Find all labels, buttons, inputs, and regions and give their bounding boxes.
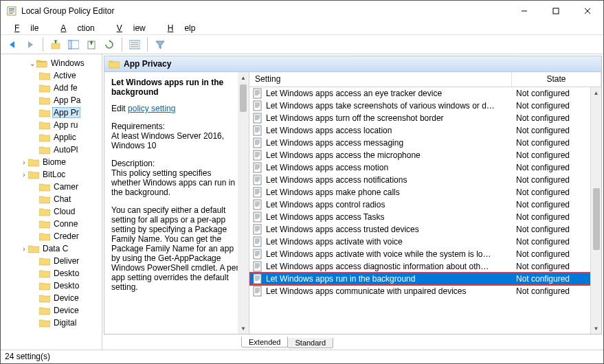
tree-node[interactable]: App Pa — [1, 94, 102, 106]
row-state: Not configured — [516, 126, 599, 135]
tree-node[interactable]: Digital — [1, 317, 102, 329]
column-setting[interactable]: Setting — [249, 72, 512, 87]
tree-node[interactable]: AutoPl — [1, 144, 102, 156]
tree-label: Deskto — [52, 281, 80, 291]
row-setting: Let Windows apps access location — [266, 126, 516, 135]
list-row[interactable]: Let Windows apps make phone callsNot con… — [249, 186, 601, 198]
properties-button[interactable] — [127, 37, 142, 52]
tree-node[interactable]: Cloud — [1, 205, 102, 218]
menu-action[interactable]: Action — [49, 22, 105, 34]
tree-node[interactable]: ›Biome — [1, 156, 102, 168]
tree-pane[interactable]: ⌄ Windows ActiveAdd feApp PaApp PrApp ru… — [1, 54, 102, 350]
list-row[interactable]: Let Windows apps access motionNot config… — [249, 161, 601, 174]
description-scrollbar[interactable]: ▲ ▼ — [238, 72, 249, 334]
svg-rect-2 — [9, 10, 14, 11]
row-setting: Let Windows apps access the microphone — [266, 150, 516, 160]
row-setting: Let Windows apps make phone calls — [266, 187, 516, 197]
show-hide-tree-button[interactable] — [66, 37, 81, 52]
close-button[interactable] — [572, 1, 603, 21]
row-setting: Let Windows apps take screenshots of var… — [266, 101, 516, 111]
row-setting: Let Windows apps access Tasks — [266, 212, 516, 222]
tree-node[interactable]: ›BitLoc — [1, 168, 102, 181]
tree-node[interactable]: Add fe — [1, 82, 102, 94]
collapse-icon[interactable]: ⌄ — [28, 60, 36, 67]
tree-node-parent[interactable]: ⌄ Windows — [1, 57, 102, 69]
list-row[interactable]: Let Windows apps access notificationsNot… — [249, 174, 601, 186]
policy-icon — [252, 187, 263, 198]
list-row[interactable]: Let Windows apps access the microphoneNo… — [249, 149, 601, 161]
export-list-button[interactable] — [84, 37, 99, 52]
row-state: Not configured — [516, 249, 599, 259]
row-state: Not configured — [516, 113, 599, 123]
tree-node[interactable]: App Pr — [1, 106, 102, 119]
tree-node[interactable]: Deliver — [1, 255, 102, 267]
row-setting: Let Windows apps control radios — [266, 200, 516, 209]
list-row[interactable]: Let Windows apps access diagnostic infor… — [249, 260, 601, 273]
tree-node[interactable]: Deskto — [1, 280, 102, 292]
list-row[interactable]: Let Windows apps communicate with unpair… — [249, 285, 601, 297]
tree-node[interactable]: Chat — [1, 193, 102, 205]
scroll-up-icon[interactable]: ▲ — [238, 72, 249, 83]
tree-label: Data C — [41, 244, 69, 253]
forward-button[interactable] — [23, 37, 38, 52]
list-row[interactable]: Let Windows apps take screenshots of var… — [249, 100, 601, 112]
row-state: Not configured — [516, 187, 599, 197]
list-row[interactable]: Let Windows apps access TasksNot configu… — [249, 211, 601, 223]
policy-icon — [252, 174, 263, 185]
edit-label: Edit — [111, 104, 126, 113]
tree-label: Conne — [52, 219, 79, 229]
row-setting: Let Windows apps access notifications — [266, 175, 516, 185]
tree-node[interactable]: Creder — [1, 230, 102, 242]
list-row[interactable]: Let Windows apps turn off the screenshot… — [249, 112, 601, 124]
list-row[interactable]: Let Windows apps access locationNot conf… — [249, 124, 601, 137]
scroll-down-icon[interactable]: ▼ — [591, 323, 601, 334]
edit-policy-link[interactable]: policy setting — [128, 104, 175, 113]
filter-button[interactable] — [153, 37, 168, 52]
menu-file[interactable]: File — [3, 22, 49, 34]
expand-icon[interactable]: › — [20, 171, 28, 179]
maximize-button[interactable] — [540, 1, 572, 21]
list-row[interactable]: Let Windows apps access an eye tracker d… — [249, 87, 601, 100]
tree-node[interactable]: ›Data C — [1, 242, 102, 255]
list-row[interactable]: Let Windows apps activate with voiceNot … — [249, 236, 601, 248]
up-button[interactable] — [48, 37, 63, 52]
refresh-button[interactable] — [102, 37, 117, 52]
folder-icon — [39, 293, 50, 303]
tab-standard[interactable]: Standard — [287, 338, 333, 348]
row-setting: Let Windows apps access motion — [266, 163, 516, 172]
list-row[interactable]: Let Windows apps run in the backgroundNo… — [249, 273, 601, 285]
list-scrollbar[interactable]: ▲ ▼ — [590, 87, 601, 334]
list-row[interactable]: Let Windows apps control radiosNot confi… — [249, 198, 601, 211]
menu-view[interactable]: View — [106, 22, 157, 34]
scroll-thumb[interactable] — [240, 84, 247, 112]
tree-node[interactable]: Device — [1, 304, 102, 317]
column-state[interactable]: State — [512, 72, 601, 87]
policy-icon — [252, 261, 263, 272]
menu-help[interactable]: Help — [157, 22, 207, 34]
tree-label: Digital — [52, 318, 78, 328]
scroll-thumb[interactable] — [593, 188, 600, 250]
row-setting: Let Windows apps turn off the screenshot… — [266, 113, 516, 123]
scroll-down-icon[interactable]: ▼ — [238, 323, 249, 334]
back-button[interactable] — [5, 37, 20, 52]
expand-icon[interactable]: › — [20, 159, 28, 166]
tree-node[interactable]: Device — [1, 292, 102, 304]
list-row[interactable]: Let Windows apps activate with voice whi… — [249, 248, 601, 260]
tree-node[interactable]: Active — [1, 69, 102, 82]
tree-label: Active — [52, 71, 78, 80]
row-state: Not configured — [516, 262, 599, 271]
folder-icon — [39, 306, 50, 315]
minimize-button[interactable] — [508, 1, 540, 21]
list-row[interactable]: Let Windows apps access messagingNot con… — [249, 137, 601, 149]
requirements-body: At least Windows Server 2016, Windows 10 — [111, 131, 242, 150]
list-row[interactable]: Let Windows apps access trusted devicesN… — [249, 223, 601, 236]
expand-icon[interactable]: › — [20, 245, 28, 253]
tree-node[interactable]: Applic — [1, 131, 102, 144]
tree-node[interactable]: Conne — [1, 218, 102, 230]
settings-list: Setting State Let Windows apps access an… — [249, 72, 601, 334]
tree-node[interactable]: Camer — [1, 181, 102, 193]
scroll-up-icon[interactable]: ▲ — [591, 87, 601, 98]
tab-extended[interactable]: Extended — [241, 337, 288, 348]
tree-node[interactable]: Deskto — [1, 267, 102, 280]
tree-node[interactable]: App ru — [1, 119, 102, 131]
